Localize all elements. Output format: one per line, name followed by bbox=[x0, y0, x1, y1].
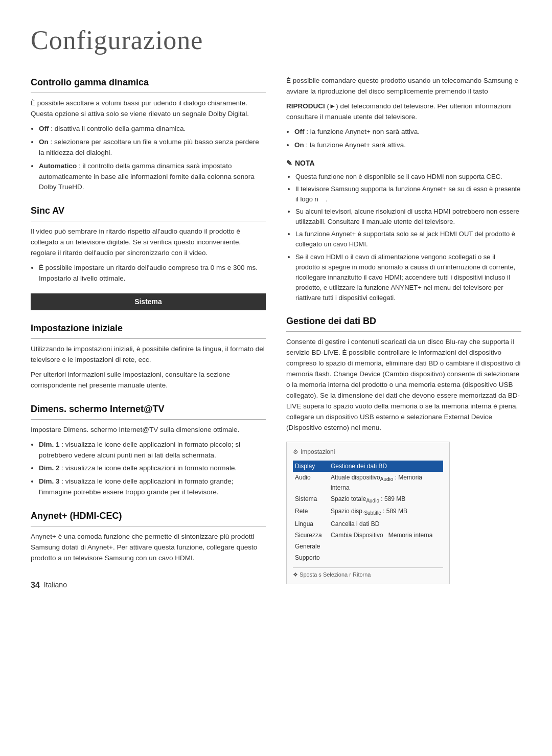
table-row: Sicurezza Cambia Dispositivo Memoria int… bbox=[293, 530, 443, 541]
note-item: Questa funzione non è disponibile se il … bbox=[295, 172, 521, 182]
settings-icon: ⚙ bbox=[293, 447, 298, 456]
system-bar: Sistema bbox=[31, 293, 266, 310]
right-anynet-bullets: Off : la funzione Anynet+ non sarà attiv… bbox=[294, 127, 521, 151]
menu-key: Generale bbox=[293, 541, 329, 552]
note-icon: ✎ bbox=[286, 158, 292, 169]
section-controllo-intro: È possibile ascoltare a volumi bassi pur… bbox=[31, 98, 266, 120]
note-item: Il televisore Samsung supporta la funzio… bbox=[295, 184, 521, 204]
table-row: Sistema Spazio totaleAudio : 589 MB bbox=[293, 493, 443, 506]
section-gestione-title: Gestione dei dati BD bbox=[286, 314, 521, 332]
menu-footer: ❖ Sposta s Seleziona r Ritorna bbox=[293, 567, 443, 579]
list-item: On : selezionare per ascoltare un file a… bbox=[39, 137, 266, 158]
section-gestione-intro: Consente di gestire i contenuti scaricat… bbox=[286, 337, 521, 433]
note-section: ✎ NOTA Questa funzione non è disponibile… bbox=[286, 158, 521, 304]
menu-table: Display Gestione dei dati BD Audio Attua… bbox=[293, 461, 443, 563]
menu-val bbox=[329, 552, 443, 563]
section-dimens-bullets: Dim. 1 : visualizza le icone delle appli… bbox=[39, 440, 266, 498]
note-list: Questa funzione non è disponibile se il … bbox=[295, 172, 521, 304]
menu-val: Cancella i dati BD bbox=[329, 518, 443, 530]
menu-val bbox=[329, 541, 443, 552]
table-row: Supporto bbox=[293, 552, 443, 563]
note-item: Se il cavo HDMI o il cavo di alimentazio… bbox=[295, 252, 521, 304]
section-anynet-intro1: Anynet+ è una comoda funzione che permet… bbox=[31, 532, 266, 564]
menu-key: Supporto bbox=[293, 552, 329, 563]
menu-val: Attuale dispositivoAudio : Memoria inter… bbox=[329, 472, 443, 493]
table-row: Lingua Cancella i dati BD bbox=[293, 518, 443, 530]
note-item: Su alcuni televisori, alcune risoluzioni… bbox=[295, 207, 521, 227]
section-dimens-title: Dimens. schermo Internet@TV bbox=[31, 402, 266, 420]
menu-footer-text: ❖ Sposta s Seleziona r Ritorna bbox=[293, 571, 371, 578]
page-language: Italiano bbox=[44, 580, 67, 590]
section-controllo-bullets: Off : disattiva il controllo della gamma… bbox=[39, 124, 266, 193]
list-item: Off : la funzione Anynet+ non sarà attiv… bbox=[294, 127, 521, 138]
section-sincav-bullets: È possibile impostare un ritardo dell'au… bbox=[39, 263, 266, 284]
menu-key: Sicurezza bbox=[293, 530, 329, 541]
left-column: Controllo gamma dinamica È possibile asc… bbox=[31, 76, 266, 591]
list-item: Dim. 2 : visualizza le icone delle appli… bbox=[39, 463, 266, 474]
list-item: È possibile impostare un ritardo dell'au… bbox=[39, 263, 266, 284]
menu-header: ⚙ Impostazioni bbox=[293, 447, 443, 456]
section-impostazione-intro1: Utilizzando le impostazioni iniziali, è … bbox=[31, 344, 266, 365]
section-controllo-title: Controllo gamma dinamica bbox=[31, 76, 266, 93]
list-item: Off : disattiva il controllo della gamma… bbox=[39, 124, 266, 134]
table-row: Rete Spazio disp.Subtitle : 589 MB bbox=[293, 506, 443, 518]
note-label: NOTA bbox=[295, 158, 315, 169]
menu-key: Audio bbox=[293, 472, 329, 493]
page-number-block: 34 Italiano bbox=[31, 579, 266, 591]
note-title: ✎ NOTA bbox=[286, 158, 521, 169]
right-intro1: È possibile comandare questo prodotto us… bbox=[286, 76, 521, 97]
menu-val: Cambia Dispositivo Memoria interna bbox=[329, 530, 443, 541]
riproduci-label: RIPRODUCI bbox=[286, 102, 325, 110]
table-row: Generale bbox=[293, 541, 443, 552]
table-row: Audio Attuale dispositivoAudio : Memoria… bbox=[293, 472, 443, 493]
note-item: La funzione Anynet+ è supportata solo se… bbox=[295, 229, 521, 249]
list-item: Dim. 3 : visualizza le icone delle appli… bbox=[39, 476, 266, 498]
table-row: Display Gestione dei dati BD bbox=[293, 461, 443, 472]
page-title: Configurazione bbox=[31, 20, 521, 60]
menu-key: Display bbox=[293, 461, 329, 472]
section-impostazione-intro2: Per ulteriori informazioni sulle imposta… bbox=[31, 370, 266, 391]
menu-key: Lingua bbox=[293, 518, 329, 530]
menu-val: Gestione dei dati BD bbox=[329, 461, 443, 472]
menu-header-label: Impostazioni bbox=[301, 447, 335, 456]
right-column: È possibile comandare questo prodotto us… bbox=[286, 76, 521, 591]
menu-key: Sistema bbox=[293, 493, 329, 506]
list-item: Dim. 1 : visualizza le icone delle appli… bbox=[39, 440, 266, 461]
page-number: 34 bbox=[31, 579, 40, 591]
section-dimens-intro: Impostare Dimens. schermo Internet@TV su… bbox=[31, 425, 266, 436]
menu-val: Spazio totaleAudio : 589 MB bbox=[329, 493, 443, 506]
menu-val: Spazio disp.Subtitle : 589 MB bbox=[329, 506, 443, 518]
list-item: Automatico : il controllo della gamma di… bbox=[39, 161, 266, 193]
section-sincav-title: Sinc AV bbox=[31, 204, 266, 221]
menu-screenshot-box: ⚙ Impostazioni Display Gestione dei dati… bbox=[286, 442, 450, 585]
section-sincav-intro: Il video può sembrare in ritardo rispett… bbox=[31, 226, 266, 259]
section-impostazione-title: Impostazione iniziale bbox=[31, 322, 266, 339]
right-riproduci: RIPRODUCI (►) del telecomando del televi… bbox=[286, 101, 521, 123]
menu-key: Rete bbox=[293, 506, 329, 518]
section-anynet-title: Anynet+ (HDMI-CEC) bbox=[31, 509, 266, 526]
list-item: On : la funzione Anynet+ sarà attiva. bbox=[294, 140, 521, 151]
